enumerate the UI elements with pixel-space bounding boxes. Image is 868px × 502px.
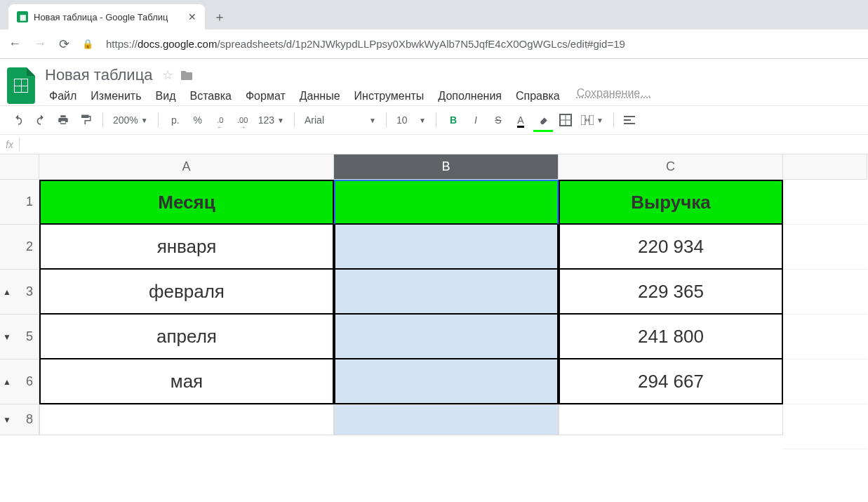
url-scheme: https:// (106, 38, 138, 50)
menu-addons[interactable]: Дополнения (431, 87, 509, 105)
row-header[interactable]: ▲6 (0, 359, 39, 404)
merge-cells-button[interactable]: ▼ (578, 115, 606, 125)
menu-view[interactable]: Вид (149, 87, 183, 105)
menu-help[interactable]: Справка (509, 87, 567, 105)
spreadsheet-grid: A B C 1МесяцВыручка2января220 934▲3февра… (0, 154, 868, 449)
undo-button[interactable] (8, 110, 28, 130)
group-toggle-icon[interactable]: ▼ (3, 332, 11, 342)
forward-button[interactable]: → (34, 37, 46, 51)
url-path: /spreadsheets/d/1p2NJWkypdLLPpsy0XbwkWyA… (217, 38, 625, 50)
cell[interactable]: января (39, 225, 334, 270)
browser-tab[interactable]: ▦ Новая таблица - Google Таблиц ✕ (8, 4, 205, 29)
close-icon[interactable]: ✕ (188, 11, 196, 22)
browser-tab-strip: ▦ Новая таблица - Google Таблиц ✕ ＋ (0, 0, 868, 29)
row-header[interactable]: 2 (0, 225, 39, 270)
new-tab-button[interactable]: ＋ (209, 6, 230, 27)
sheets-icon[interactable] (7, 67, 35, 104)
cell[interactable]: 220 934 (559, 225, 783, 270)
cell[interactable]: Месяц (39, 180, 334, 225)
print-button[interactable] (53, 110, 73, 130)
menu-tools[interactable]: Инструменты (347, 87, 432, 105)
column-header-a[interactable]: A (39, 154, 334, 180)
cell[interactable] (39, 404, 334, 435)
menu-edit[interactable]: Изменить (84, 87, 148, 105)
strikethrough-button[interactable]: S (488, 110, 508, 130)
borders-button[interactable] (556, 110, 575, 130)
group-toggle-icon[interactable]: ▲ (3, 287, 11, 297)
horizontal-align-button[interactable] (621, 115, 638, 125)
cell[interactable]: Выручка (559, 180, 783, 225)
row-header[interactable]: ▼5 (0, 315, 39, 359)
cell[interactable]: апреля (39, 315, 334, 359)
zoom-select[interactable]: 200% ▼ (110, 114, 151, 126)
url-domain: docs.google.com (138, 38, 217, 50)
percent-button[interactable]: % (188, 110, 208, 130)
sheets-favicon: ▦ (17, 11, 28, 22)
menu-insert[interactable]: Вставка (182, 87, 238, 105)
group-toggle-icon[interactable]: ▲ (3, 377, 11, 387)
cell[interactable] (559, 404, 783, 435)
cell[interactable] (334, 315, 559, 359)
svg-rect-4 (589, 115, 594, 125)
toolbar: 200% ▼ р. % .0← .00→ 123 ▼ Arial ▼ 10 ▼ … (0, 105, 868, 135)
row-header[interactable]: ▼8 (0, 404, 39, 435)
save-status: Сохранение… (577, 87, 651, 105)
row-header[interactable]: ▲3 (0, 270, 39, 315)
decrease-decimal-button[interactable]: .0← (211, 110, 230, 130)
column-header-blank[interactable] (783, 154, 867, 180)
bold-button[interactable]: B (443, 110, 463, 130)
more-formats-button[interactable]: 123 ▼ (255, 114, 287, 126)
folder-icon[interactable] (180, 70, 193, 81)
app-header: Новая таблица ☆ Файл Изменить Вид Вставк… (0, 59, 868, 105)
tab-title: Новая таблица - Google Таблиц (34, 12, 182, 22)
select-all-corner[interactable] (0, 154, 39, 180)
column-header-c[interactable]: C (559, 154, 783, 180)
italic-button[interactable]: I (466, 110, 486, 130)
star-icon[interactable]: ☆ (162, 67, 173, 83)
address-bar: ← → ⟳ 🔒 https://docs.google.com/spreadsh… (0, 29, 868, 59)
fill-color-button[interactable] (533, 110, 553, 130)
cell[interactable] (334, 270, 559, 315)
back-button[interactable]: ← (8, 37, 21, 51)
formula-bar[interactable]: fx (0, 135, 868, 154)
reload-button[interactable]: ⟳ (59, 37, 69, 52)
cell[interactable]: 241 800 (559, 315, 783, 359)
increase-decimal-button[interactable]: .00→ (233, 110, 253, 130)
font-size-select[interactable]: 10 ▼ (394, 114, 429, 126)
redo-button[interactable] (31, 110, 51, 130)
menu-file[interactable]: Файл (42, 87, 84, 105)
cell[interactable] (334, 359, 559, 404)
column-header-b[interactable]: B (334, 154, 559, 180)
row-header[interactable]: 1 (0, 180, 39, 225)
url-display[interactable]: https://docs.google.com/spreadsheets/d/1… (106, 38, 625, 50)
paint-format-button[interactable] (76, 110, 95, 130)
menu-bar: Файл Изменить Вид Вставка Формат Данные … (42, 87, 861, 105)
menu-data[interactable]: Данные (293, 87, 347, 105)
lock-icon: 🔒 (82, 39, 93, 49)
svg-rect-3 (581, 115, 585, 125)
fx-icon: fx (6, 139, 13, 150)
font-select[interactable]: Arial ▼ (302, 114, 379, 126)
cell[interactable] (334, 225, 559, 270)
menu-format[interactable]: Формат (239, 87, 293, 105)
cell[interactable] (334, 404, 559, 435)
currency-button[interactable]: р. (166, 110, 185, 130)
cell[interactable]: 294 667 (559, 359, 783, 404)
cell[interactable]: мая (39, 359, 334, 404)
document-title[interactable]: Новая таблица (42, 65, 155, 86)
cell[interactable]: февраля (39, 270, 334, 315)
group-toggle-icon[interactable]: ▼ (3, 415, 11, 425)
cell[interactable]: 229 365 (559, 270, 783, 315)
text-color-button[interactable]: A (511, 110, 530, 130)
cell[interactable] (334, 180, 559, 225)
